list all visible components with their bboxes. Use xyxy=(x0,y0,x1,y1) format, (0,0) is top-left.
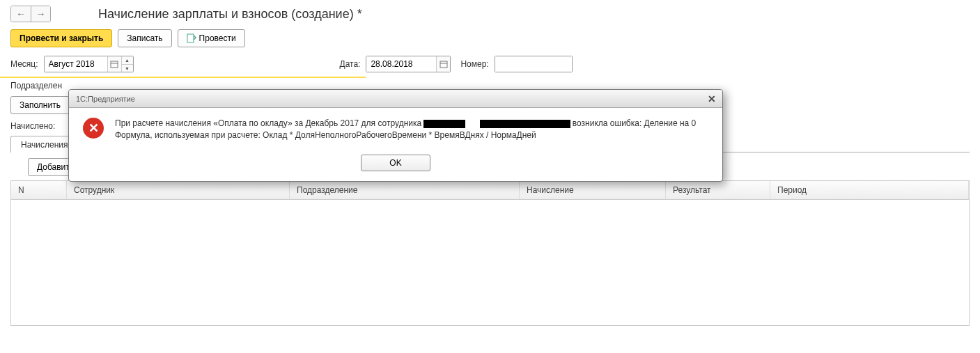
msg-part1b: возникла ошибка: Деление на 0 xyxy=(570,118,697,128)
col-accrual[interactable]: Начисление xyxy=(520,181,666,199)
dialog-title: 1С:Предприятие xyxy=(76,95,135,103)
save-button[interactable]: Записать xyxy=(118,29,171,47)
date-input[interactable] xyxy=(366,56,436,72)
svg-rect-3 xyxy=(440,61,447,68)
msg-part2: Формула, используемая при расчете: Оклад… xyxy=(115,130,536,140)
fill-button[interactable]: Заполнить xyxy=(10,96,70,114)
page-title: Начисление зарплаты и взносов (создание)… xyxy=(98,7,362,22)
col-period[interactable]: Период xyxy=(770,181,969,199)
dialog-titlebar[interactable]: 1С:Предприятие ✕ xyxy=(69,90,722,108)
calendar-icon[interactable] xyxy=(436,56,450,72)
dialog-message: При расчете начисления «Оплата по окладу… xyxy=(115,118,708,142)
svg-rect-1 xyxy=(111,61,118,68)
month-spinner: ▲ ▼ xyxy=(121,56,133,72)
col-result[interactable]: Результат xyxy=(666,181,770,199)
month-label: Месяц: xyxy=(10,59,38,69)
spin-down-icon[interactable]: ▼ xyxy=(122,64,133,72)
month-field-wrap: ▲ ▼ xyxy=(44,56,134,72)
error-icon: ✕ xyxy=(83,118,104,139)
spin-up-icon[interactable]: ▲ xyxy=(122,56,133,64)
close-icon[interactable]: ✕ xyxy=(706,93,718,105)
number-field-wrap xyxy=(495,56,573,72)
post-and-close-button[interactable]: Провести и закрыть xyxy=(10,29,112,47)
col-subdivision[interactable]: Подразделение xyxy=(290,181,520,199)
number-label: Номер: xyxy=(460,59,488,69)
table-body[interactable] xyxy=(11,200,969,325)
post-button[interactable]: Провести xyxy=(178,29,245,47)
error-dialog: 1С:Предприятие ✕ ✕ При расчете начислени… xyxy=(68,89,723,182)
accruals-table: N Сотрудник Подразделение Начисление Рез… xyxy=(10,180,970,326)
table-header: N Сотрудник Подразделение Начисление Рез… xyxy=(11,181,969,200)
col-n[interactable]: N xyxy=(11,181,67,199)
forward-button[interactable]: → xyxy=(31,6,50,22)
svg-rect-0 xyxy=(187,34,194,42)
redacted-name-1 xyxy=(423,120,465,128)
calendar-icon[interactable] xyxy=(107,56,121,72)
post-label: Провести xyxy=(199,33,236,43)
redacted-name-2 xyxy=(480,120,570,128)
post-icon xyxy=(187,33,196,43)
number-input[interactable] xyxy=(495,56,572,72)
back-button[interactable]: ← xyxy=(11,6,31,22)
date-field-wrap xyxy=(366,56,451,72)
msg-part1: При расчете начисления «Оплата по окладу… xyxy=(115,118,423,128)
subdivision-label: Подразделен xyxy=(10,81,62,91)
date-label: Дата: xyxy=(340,59,361,69)
col-employee[interactable]: Сотрудник xyxy=(67,181,290,199)
ok-button[interactable]: OK xyxy=(361,155,430,171)
nav-arrows: ← → xyxy=(10,6,51,22)
month-input[interactable] xyxy=(45,56,107,72)
